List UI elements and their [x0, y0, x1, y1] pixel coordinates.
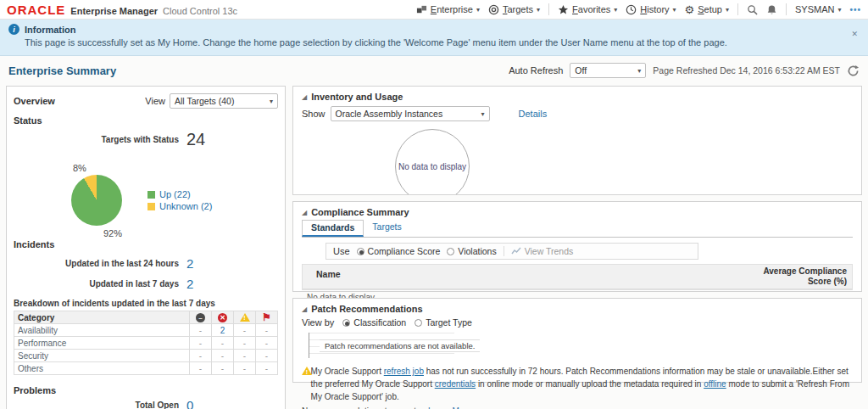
fatal-icon: –	[196, 313, 205, 322]
radio-unselected-icon	[447, 248, 454, 255]
collapse-icon[interactable]: ◢	[302, 93, 307, 101]
overflow-menu-icon[interactable]: •••	[849, 5, 861, 14]
info-message: This page is successfully set as My Home…	[25, 37, 846, 48]
incidents-24h-value[interactable]: 2	[186, 257, 193, 270]
patch-chart-empty-text: Patch recommendations are not available.	[320, 339, 480, 352]
table-row: Availability - 2 - -	[14, 324, 278, 337]
view-trends-button[interactable]: View Trends	[504, 246, 574, 256]
info-banner: i Information This page is successfully …	[0, 20, 868, 56]
star-icon	[558, 4, 569, 15]
collapse-icon[interactable]: ◢	[302, 209, 307, 216]
divider	[786, 3, 787, 15]
table-row: Performance - - - -	[14, 337, 278, 350]
product-name: Enterprise Manager	[70, 6, 158, 16]
chevron-down-icon: ▾	[270, 98, 273, 105]
status-title: Status	[14, 115, 278, 126]
overview-panel: Overview View All Targets (40) ▾ Status …	[6, 86, 286, 409]
details-link[interactable]: Details	[519, 109, 548, 119]
compliance-title: Compliance Summary	[311, 207, 409, 217]
menu-enterprise[interactable]: Enterprise ▾	[416, 4, 480, 15]
info-title: Information	[25, 25, 76, 35]
legend-item-unknown[interactable]: Unknown (2)	[147, 201, 212, 211]
critical-icon: ✕	[218, 313, 227, 322]
target-icon	[488, 4, 499, 15]
compliance-panel: ◢ Compliance Summary Standards Targets U…	[292, 201, 862, 292]
pie-percent-large: 92%	[103, 228, 122, 238]
no-data-text: No data to display	[398, 162, 466, 171]
overview-title: Overview	[14, 96, 55, 106]
patch-empty-chart: Patch recommendations are not available.	[309, 333, 454, 358]
radio-target-type[interactable]: Target Type	[415, 317, 472, 328]
status-legend: Up (22) Unknown (2)	[147, 188, 212, 213]
auto-refresh-select[interactable]: Off ▾	[570, 63, 646, 78]
warning-icon: !	[302, 367, 307, 376]
top-header-bar: ORACLE Enterprise Manager Cloud Control …	[0, 0, 868, 20]
menu-history[interactable]: History ▾	[626, 4, 676, 15]
content-area: Overview View All Targets (40) ▾ Status …	[0, 85, 868, 409]
incidents-table: Category – ✕ ! ⚑ Availability - 2 - - Pe…	[14, 311, 278, 375]
menu-setup[interactable]: ⚙ Setup ▾	[685, 4, 729, 15]
close-icon[interactable]: ✕	[851, 30, 858, 38]
radio-unselected-icon	[415, 319, 422, 327]
view-label: View	[145, 96, 165, 106]
patch-panel: ◢ Patch Recommendations View by Classifi…	[292, 298, 862, 383]
table-row: Security - - - -	[14, 350, 278, 362]
show-select[interactable]: Oracle Assembly Instances ▾	[331, 106, 490, 121]
brand: ORACLE Enterprise Manager Cloud Control …	[7, 3, 237, 17]
radio-violations[interactable]: Violations	[447, 246, 496, 256]
refresh-job-link[interactable]: refresh job	[384, 367, 424, 376]
chevron-down-icon: ▾	[637, 67, 641, 75]
clock-icon	[626, 4, 637, 15]
gear-icon: ⚙	[685, 4, 695, 15]
problems-title: Problems	[14, 385, 278, 395]
search-icon[interactable]	[747, 4, 758, 15]
compliance-toolbar: Use Compliance Score Violations View Tre…	[326, 243, 698, 260]
show-label: Show	[302, 109, 326, 119]
org-chart-icon	[416, 4, 427, 15]
notifications-bell-icon[interactable]	[766, 4, 777, 15]
view-by-label: View by	[302, 317, 334, 328]
refresh-button[interactable]	[847, 64, 860, 77]
use-label: Use	[333, 246, 350, 256]
menu-targets[interactable]: Targets ▾	[488, 4, 540, 15]
chevron-down-icon: ▾	[537, 6, 540, 14]
incidents-24h-row: Updated in the last 24 hours 2	[14, 257, 278, 270]
menu-favorites[interactable]: Favorites ▾	[558, 4, 617, 15]
total-open-value[interactable]: 0	[186, 399, 193, 409]
flag-icon: ⚑	[262, 311, 271, 323]
user-menu[interactable]: SYSMAN ▾	[795, 4, 841, 14]
tab-standards[interactable]: Standards	[302, 220, 364, 237]
view-select[interactable]: All Targets (40) ▾	[170, 93, 278, 109]
page-refreshed-text: Page Refreshed Dec 14, 2016 6:53:22 AM E…	[653, 65, 840, 76]
offline-link[interactable]: offline	[704, 379, 726, 389]
compliance-tabs: Standards Targets	[302, 220, 853, 238]
score-column-header[interactable]: Average Compliance Score (%)	[752, 265, 852, 289]
inventory-title: Inventory and Usage	[311, 92, 403, 102]
incidents-7d-value[interactable]: 2	[186, 277, 193, 290]
page-header: Enterprise Summary Auto Refresh Off ▾ Pa…	[0, 56, 868, 85]
radio-selected-icon	[357, 248, 364, 255]
version-label: Cloud Control 13c	[163, 6, 237, 16]
status-pie-chart[interactable]	[71, 175, 122, 226]
total-open-row: Total Open 0	[14, 399, 278, 409]
tab-targets[interactable]: Targets	[364, 220, 409, 236]
credentials-link[interactable]: credentials	[435, 379, 476, 389]
collapse-icon[interactable]: ◢	[302, 305, 307, 313]
info-icon: i	[8, 24, 19, 35]
chevron-down-icon: ▾	[614, 6, 617, 14]
radio-compliance-score[interactable]: Compliance Score	[357, 246, 441, 256]
legend-item-up[interactable]: Up (22)	[147, 189, 212, 199]
compliance-table: Name Average Compliance Score (%)	[302, 264, 853, 290]
targets-with-status-label: Targets with Status	[14, 135, 179, 144]
inventory-panel: ◢ Inventory and Usage Show Oracle Assemb…	[292, 86, 862, 195]
incidents-7d-row: Updated in last 7 days 2	[14, 277, 278, 290]
category-header[interactable]: Category	[14, 311, 190, 324]
radio-classification[interactable]: Classification	[342, 317, 406, 328]
radio-selected-icon	[342, 319, 350, 327]
table-row: Others - - - -	[14, 362, 278, 375]
enterprise-manager-page: ORACLE Enterprise Manager Cloud Control …	[0, 0, 868, 409]
name-column-header[interactable]: Name	[303, 265, 752, 289]
chevron-down-icon: ▾	[673, 6, 676, 14]
page-title: Enterprise Summary	[8, 64, 116, 77]
oracle-logo: ORACLE	[7, 3, 65, 17]
